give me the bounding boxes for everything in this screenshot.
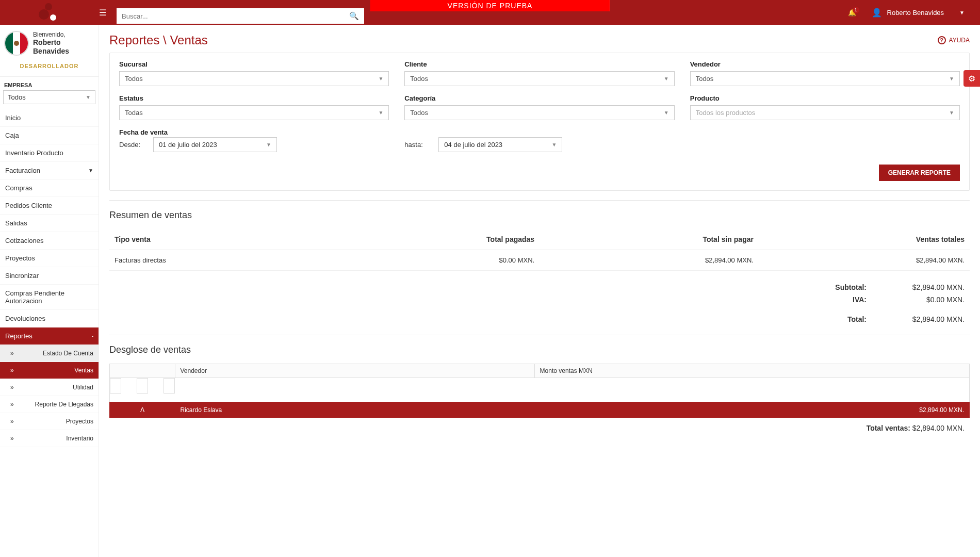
nav-sincronizar[interactable]: Sincronizar (0, 267, 99, 285)
grand-total-value: $2,894.00 MXN. (912, 424, 965, 432)
notification-count: 1 (853, 7, 859, 13)
vendedor-select[interactable]: Todos▼ (690, 71, 960, 86)
gear-icon: ⚙ (968, 74, 975, 84)
vendedor-value: Todos (696, 75, 714, 83)
nav-caja[interactable]: Caja (0, 127, 99, 144)
cell-sinpagar: $2,894.00 MXN. (540, 250, 759, 271)
header-username: Roberto Benavides (887, 9, 944, 17)
help-icon: ? (938, 36, 946, 44)
empresa-select[interactable]: Todos ▼ (3, 90, 95, 104)
total-value: $2,894.00 MXN. (903, 315, 965, 323)
nav-pedidos[interactable]: Pedidos Cliente (0, 197, 99, 215)
role-label: DESARROLLADOR (4, 60, 94, 72)
iva-label: IVA: (853, 296, 867, 304)
chevron-down-icon: ▼ (551, 142, 557, 148)
cliente-label: Cliente (404, 60, 674, 68)
grand-total-label: Total ventas: (867, 424, 910, 432)
desde-label: Desde: (119, 141, 145, 149)
vendedor-label: Vendedor (690, 60, 960, 68)
estatus-select[interactable]: Todas▼ (119, 105, 389, 120)
th-monto: Monto ventas MXN (534, 364, 969, 378)
sucursal-value: Todos (125, 75, 143, 83)
filter-monto-input[interactable] (164, 378, 175, 394)
subnav-ventas[interactable]: Ventas (0, 362, 99, 379)
page-title: Reportes \ Ventas (109, 33, 208, 47)
subnav-utilidad[interactable]: Utilidad (0, 379, 99, 396)
search-icon[interactable]: 🔍 (349, 11, 359, 21)
welcome-label: Bienvenido, (33, 31, 94, 38)
nav-reportes-label: Reportes (5, 332, 32, 340)
help-label: AYUDA (949, 37, 970, 44)
sucursal-select[interactable]: Todos▼ (119, 71, 389, 86)
collapse-icon: - (92, 333, 93, 339)
notifications-button[interactable]: 🔔 1 (848, 9, 856, 17)
seller-row[interactable]: ᐱ Ricardo Eslava $2,894.00 MXN. (110, 402, 970, 418)
estatus-label: Estatus (119, 94, 389, 102)
summary-title: Resumen de ventas (109, 210, 970, 221)
estatus-value: Todas (125, 109, 143, 117)
filters-panel: Sucursal Todos▼ Cliente Todos▼ Vendedor … (109, 53, 970, 191)
th-vendedor: Vendedor (175, 364, 534, 378)
subtotal-label: Subtotal: (835, 283, 867, 291)
cliente-select[interactable]: Todos▼ (404, 71, 674, 86)
nav-inventario[interactable]: Inventario Producto (0, 144, 99, 162)
nav-cotizaciones[interactable]: Cotizaciones (0, 232, 99, 250)
th-tipo: Tipo venta (109, 229, 331, 250)
collapse-icon[interactable]: ᐱ (110, 402, 175, 418)
subnav-inventario[interactable]: Inventario (0, 430, 99, 447)
hasta-label: hasta: (404, 141, 430, 149)
iva-value: $0.00 MXN. (903, 296, 965, 304)
search-input[interactable] (122, 12, 349, 20)
sucursal-label: Sucursal (119, 60, 389, 68)
total-label: Total: (847, 315, 867, 323)
nav-facturacion-label: Facturacion (5, 167, 40, 174)
producto-select[interactable]: Todos los productos▼ (690, 105, 960, 120)
breakdown-title: Desglose de ventas (109, 345, 970, 355)
chevron-down-icon: ▼ (88, 168, 93, 173)
subnav-reporte-llegadas[interactable]: Reporte De Llegadas (0, 396, 99, 413)
nav-compras-pendiente[interactable]: Compras Pendiente Autorizacion (0, 285, 99, 310)
sidebar-user-panel: Bienvenido, Roberto Benavides DESARROLLA… (0, 25, 99, 77)
th-sinpagar: Total sin pagar (540, 229, 759, 250)
th-pagadas: Total pagadas (331, 229, 540, 250)
nav-inicio[interactable]: Inicio (0, 109, 99, 127)
generate-report-button[interactable]: GENERAR REPORTE (879, 165, 960, 181)
chevron-down-icon[interactable]: ▼ (959, 10, 965, 15)
subnav-estado-cuenta[interactable]: Estado De Cuenta (0, 345, 99, 362)
sidebar: Bienvenido, Roberto Benavides DESARROLLA… (0, 25, 99, 557)
producto-label: Producto (690, 94, 960, 102)
hasta-select[interactable]: 04 de julio del 2023▼ (438, 137, 562, 152)
nav-facturacion[interactable]: Facturacion ▼ (0, 162, 99, 179)
user-menu[interactable]: 👤 Roberto Benavides (872, 8, 944, 18)
grand-total: Total ventas: $2,894.00 MXN. (109, 418, 970, 438)
nav-devoluciones[interactable]: Devoluciones (0, 310, 99, 327)
expand-col-header (110, 364, 175, 378)
menu-toggle-icon[interactable]: ☰ (99, 8, 106, 18)
totals-block: Subtotal: $2,894.00 MXN. IVA: $0.00 MXN.… (109, 281, 970, 325)
search-bar: 🔍 (117, 8, 364, 24)
nav-reportes[interactable]: Reportes - (0, 327, 99, 345)
cell-pagadas: $0.00 MXN. (331, 250, 540, 271)
cell-totales: $2,894.00 MXN. (759, 250, 970, 271)
categoria-value: Todos (410, 109, 428, 117)
fecha-venta-label: Fecha de venta (119, 128, 960, 136)
th-totales: Ventas totales (759, 229, 970, 250)
nav-compras[interactable]: Compras (0, 179, 99, 197)
seller-name: Ricardo Eslava (175, 402, 534, 418)
chevron-down-icon: ▼ (949, 76, 954, 81)
chevron-down-icon: ▼ (949, 110, 954, 116)
producto-placeholder: Todos los productos (696, 109, 756, 117)
desde-select[interactable]: 01 de julio del 2023▼ (153, 137, 277, 152)
subnav-proyectos[interactable]: Proyectos (0, 413, 99, 430)
subtotal-value: $2,894.00 MXN. (903, 283, 965, 291)
help-link[interactable]: ? AYUDA (938, 36, 970, 44)
main-content: Reportes \ Ventas ? AYUDA Sucursal Todos… (99, 25, 980, 557)
filter-row (110, 378, 175, 394)
settings-float-button[interactable]: ⚙ (963, 70, 980, 87)
nav-proyectos[interactable]: Proyectos (0, 250, 99, 267)
test-version-banner: VERSIÓN DE PRUEBA (370, 0, 610, 11)
summary-table: Tipo venta Total pagadas Total sin pagar… (109, 229, 970, 271)
filter-vendedor-input[interactable] (137, 378, 148, 394)
categoria-select[interactable]: Todos▼ (404, 105, 674, 120)
nav-salidas[interactable]: Salidas (0, 215, 99, 232)
